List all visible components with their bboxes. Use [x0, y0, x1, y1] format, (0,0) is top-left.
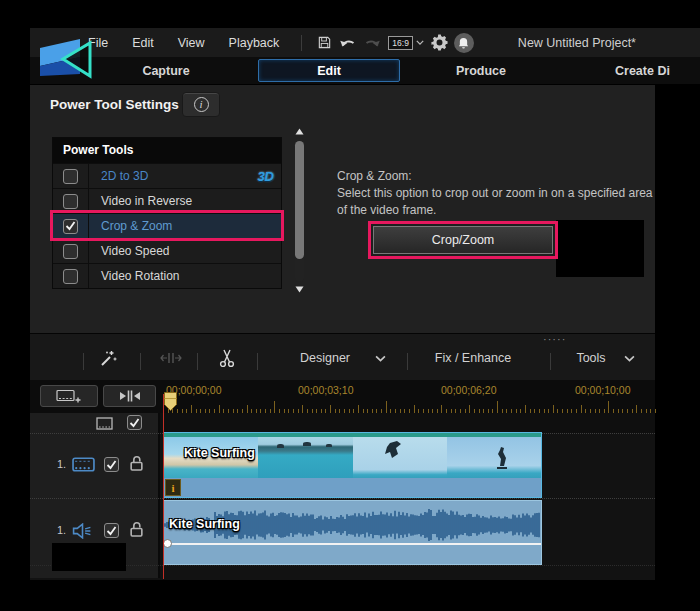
playhead-line[interactable]	[163, 394, 164, 579]
tab-capture[interactable]: Capture	[96, 57, 236, 85]
checkbox[interactable]	[63, 219, 78, 234]
crop-zoom-button[interactable]: Crop/Zoom	[373, 226, 553, 254]
list-item-label: Crop & Zoom	[101, 219, 281, 233]
track-manager-button[interactable]	[40, 385, 98, 407]
list-header: Power Tools	[53, 138, 281, 163]
checkbox[interactable]	[63, 269, 78, 284]
list-item-video-speed[interactable]: Video Speed	[53, 238, 281, 263]
thumbnail-jump	[353, 437, 447, 478]
video-track-lock-icon[interactable]	[129, 455, 144, 475]
audio-clip[interactable]: Kite Surfing	[163, 500, 542, 565]
menu-playback[interactable]: Playback	[217, 36, 292, 50]
volume-keyframe-handle[interactable]	[163, 539, 172, 548]
scissors-icon[interactable]	[214, 346, 240, 370]
trim-icon[interactable]	[157, 346, 185, 370]
designer-button[interactable]: Designer	[285, 346, 365, 370]
menu-view[interactable]: View	[166, 36, 217, 50]
marker-row-background	[160, 413, 655, 433]
video-track-number: 1.	[57, 458, 66, 470]
timeline-tracks: 1. 1.	[30, 413, 655, 580]
list-item-label: Video in Reverse	[101, 194, 281, 208]
list-item-label: Video Speed	[101, 244, 281, 258]
audio-track-number: 1.	[57, 524, 66, 536]
ruler-timecode: 00;00;10;00	[575, 384, 630, 396]
chevron-down-icon	[416, 40, 424, 45]
3d-badge-icon: 3D	[257, 169, 274, 184]
list-item-label: 2D to 3D	[101, 169, 257, 183]
video-track-icon[interactable]	[72, 457, 95, 476]
chevron-down-icon[interactable]	[373, 346, 387, 370]
panel-resize-handle[interactable]: ·····	[543, 333, 566, 345]
ruler-timecode: 00;00;06;20	[441, 384, 496, 396]
mode-tab-bar: Capture Edit Produce Create Di	[30, 57, 700, 85]
scrollbar-thumb[interactable]	[295, 141, 304, 259]
panel-title: Power Tool Settings	[50, 97, 179, 112]
power-tool-settings-panel: Power Tool Settings i Power Tools 2D to …	[30, 85, 655, 333]
menu-bar: File Edit View Playback 16:9 New Untitle…	[30, 28, 700, 57]
option-description: Crop & Zoom: Select this option to crop …	[337, 168, 659, 219]
fix-enhance-button[interactable]: Fix / Enhance	[428, 346, 518, 370]
audio-track-icon[interactable]	[72, 523, 93, 543]
settings-gear-icon[interactable]	[428, 32, 452, 54]
video-track-enable-checkbox[interactable]	[104, 457, 119, 472]
clip-info-badge[interactable]: i	[165, 479, 181, 496]
tab-produce[interactable]: Produce	[411, 57, 551, 85]
list-scrollbar[interactable]	[293, 125, 306, 295]
notification-bell-icon[interactable]	[452, 32, 476, 54]
audio-clip-label: Kite Surfing	[169, 517, 240, 531]
thumbnail-rider	[447, 437, 541, 478]
description-title: Crop & Zoom:	[337, 168, 659, 185]
tools-button[interactable]: Tools	[566, 346, 616, 370]
powerdirector-logo-icon	[38, 36, 94, 84]
checkbox[interactable]	[63, 244, 78, 259]
redacted-area	[556, 220, 644, 277]
scroll-down-icon[interactable]	[293, 283, 306, 295]
redo-icon[interactable]	[360, 32, 384, 54]
checkbox[interactable]	[63, 169, 78, 184]
save-icon[interactable]	[312, 32, 336, 54]
aspect-ratio-value: 16:9	[388, 36, 413, 50]
snap-to-clips-button[interactable]	[103, 385, 156, 407]
ruler-ticks	[163, 400, 655, 413]
redacted-area	[52, 543, 126, 571]
description-body: Select this option to crop out or zoom i…	[337, 185, 659, 219]
thumbnail-waves	[258, 437, 352, 478]
list-item-crop-and-zoom[interactable]: Crop & Zoom	[53, 213, 281, 238]
aspect-ratio-dropdown[interactable]: 16:9	[388, 36, 424, 50]
crop-zoom-highlight-box: Crop/Zoom	[368, 221, 558, 259]
timeline-ruler: 00;00;00;00 00;00;03;10 00;00;06;20 00;0…	[30, 380, 655, 413]
volume-rubber-band[interactable]	[164, 543, 541, 545]
project-title: New Untitled Project*	[518, 36, 636, 50]
undo-icon[interactable]	[336, 32, 360, 54]
audio-track-lock-icon[interactable]	[129, 521, 144, 541]
ruler-timecode: 00;00;03;10	[298, 384, 353, 396]
app-window: File Edit View Playback 16:9 New Untitle…	[0, 0, 700, 611]
list-item-label: Video Rotation	[101, 269, 281, 283]
timeline-toolbar: Designer Fix / Enhance Tools ·····	[30, 333, 655, 380]
chevron-down-icon[interactable]	[622, 346, 636, 370]
marker-track-checkbox[interactable]	[127, 415, 142, 430]
info-button[interactable]: i	[182, 92, 220, 117]
power-tools-list: Power Tools 2D to 3D 3D Video in Reverse…	[52, 137, 282, 289]
menu-separator	[301, 35, 302, 51]
tab-create-disc[interactable]: Create Di	[615, 57, 700, 85]
marker-track-icon	[96, 416, 113, 434]
info-icon: i	[194, 97, 209, 112]
video-clip-label: Kite Surfing	[184, 446, 255, 460]
list-item-2d-to-3d[interactable]: 2D to 3D 3D	[53, 163, 281, 188]
menu-edit[interactable]: Edit	[120, 36, 166, 50]
magic-wand-icon[interactable]	[94, 346, 122, 370]
playhead-flag[interactable]	[164, 392, 177, 415]
list-item-video-rotation[interactable]: Video Rotation	[53, 263, 281, 288]
checkbox[interactable]	[63, 194, 78, 209]
audio-track-enable-checkbox[interactable]	[104, 523, 119, 538]
tab-edit[interactable]: Edit	[258, 59, 400, 82]
list-item-video-in-reverse[interactable]: Video in Reverse	[53, 188, 281, 213]
video-clip[interactable]: Kite Surfing i	[163, 432, 542, 498]
scroll-up-icon[interactable]	[293, 125, 306, 137]
